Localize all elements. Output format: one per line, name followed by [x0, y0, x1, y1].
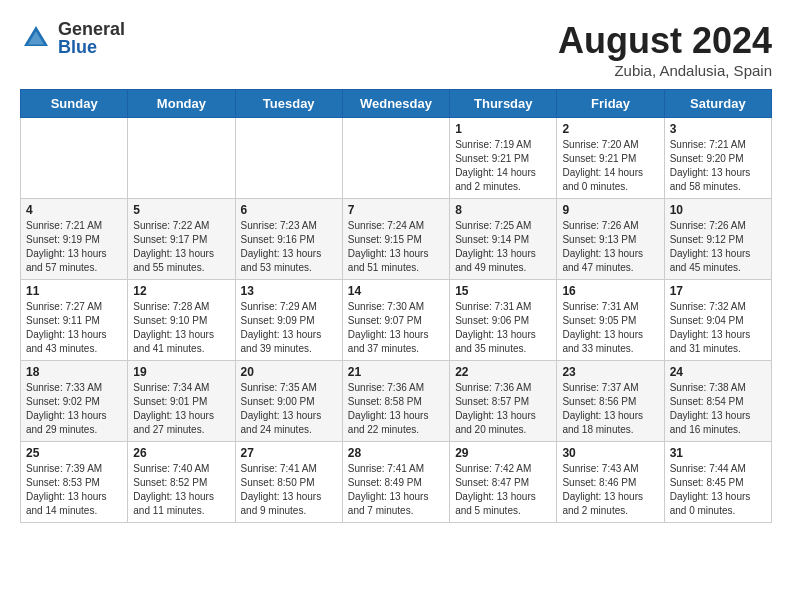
day-number: 27: [241, 446, 337, 460]
day-number: 6: [241, 203, 337, 217]
calendar-week-5: 25Sunrise: 7:39 AM Sunset: 8:53 PM Dayli…: [21, 442, 772, 523]
day-number: 5: [133, 203, 229, 217]
calendar-cell: 24Sunrise: 7:38 AM Sunset: 8:54 PM Dayli…: [664, 361, 771, 442]
calendar-cell: 20Sunrise: 7:35 AM Sunset: 9:00 PM Dayli…: [235, 361, 342, 442]
day-number: 8: [455, 203, 551, 217]
calendar-cell: 6Sunrise: 7:23 AM Sunset: 9:16 PM Daylig…: [235, 199, 342, 280]
day-number: 30: [562, 446, 658, 460]
day-number: 12: [133, 284, 229, 298]
day-number: 2: [562, 122, 658, 136]
calendar-cell: 30Sunrise: 7:43 AM Sunset: 8:46 PM Dayli…: [557, 442, 664, 523]
day-info: Sunrise: 7:26 AM Sunset: 9:12 PM Dayligh…: [670, 219, 766, 275]
day-number: 16: [562, 284, 658, 298]
calendar-cell: 19Sunrise: 7:34 AM Sunset: 9:01 PM Dayli…: [128, 361, 235, 442]
day-number: 26: [133, 446, 229, 460]
day-number: 21: [348, 365, 444, 379]
day-info: Sunrise: 7:35 AM Sunset: 9:00 PM Dayligh…: [241, 381, 337, 437]
calendar-cell: [128, 118, 235, 199]
day-info: Sunrise: 7:39 AM Sunset: 8:53 PM Dayligh…: [26, 462, 122, 518]
day-number: 14: [348, 284, 444, 298]
calendar-cell: 28Sunrise: 7:41 AM Sunset: 8:49 PM Dayli…: [342, 442, 449, 523]
weekday-header-monday: Monday: [128, 90, 235, 118]
day-number: 24: [670, 365, 766, 379]
day-number: 11: [26, 284, 122, 298]
logo: General Blue: [20, 20, 125, 56]
calendar-cell: [21, 118, 128, 199]
title-block: August 2024 Zubia, Andalusia, Spain: [558, 20, 772, 79]
day-info: Sunrise: 7:20 AM Sunset: 9:21 PM Dayligh…: [562, 138, 658, 194]
calendar-cell: [342, 118, 449, 199]
page-header: General Blue August 2024 Zubia, Andalusi…: [20, 20, 772, 79]
calendar-cell: [235, 118, 342, 199]
weekday-header-thursday: Thursday: [450, 90, 557, 118]
day-number: 17: [670, 284, 766, 298]
month-year-title: August 2024: [558, 20, 772, 62]
day-number: 4: [26, 203, 122, 217]
day-info: Sunrise: 7:36 AM Sunset: 8:57 PM Dayligh…: [455, 381, 551, 437]
weekday-header-row: SundayMondayTuesdayWednesdayThursdayFrid…: [21, 90, 772, 118]
day-number: 19: [133, 365, 229, 379]
calendar-cell: 4Sunrise: 7:21 AM Sunset: 9:19 PM Daylig…: [21, 199, 128, 280]
day-number: 13: [241, 284, 337, 298]
day-info: Sunrise: 7:22 AM Sunset: 9:17 PM Dayligh…: [133, 219, 229, 275]
calendar-cell: 27Sunrise: 7:41 AM Sunset: 8:50 PM Dayli…: [235, 442, 342, 523]
day-info: Sunrise: 7:27 AM Sunset: 9:11 PM Dayligh…: [26, 300, 122, 356]
day-info: Sunrise: 7:28 AM Sunset: 9:10 PM Dayligh…: [133, 300, 229, 356]
day-info: Sunrise: 7:24 AM Sunset: 9:15 PM Dayligh…: [348, 219, 444, 275]
day-info: Sunrise: 7:23 AM Sunset: 9:16 PM Dayligh…: [241, 219, 337, 275]
day-info: Sunrise: 7:26 AM Sunset: 9:13 PM Dayligh…: [562, 219, 658, 275]
day-number: 23: [562, 365, 658, 379]
calendar-cell: 23Sunrise: 7:37 AM Sunset: 8:56 PM Dayli…: [557, 361, 664, 442]
calendar-cell: 7Sunrise: 7:24 AM Sunset: 9:15 PM Daylig…: [342, 199, 449, 280]
calendar-cell: 3Sunrise: 7:21 AM Sunset: 9:20 PM Daylig…: [664, 118, 771, 199]
day-info: Sunrise: 7:37 AM Sunset: 8:56 PM Dayligh…: [562, 381, 658, 437]
day-info: Sunrise: 7:25 AM Sunset: 9:14 PM Dayligh…: [455, 219, 551, 275]
calendar-cell: 1Sunrise: 7:19 AM Sunset: 9:21 PM Daylig…: [450, 118, 557, 199]
calendar-cell: 21Sunrise: 7:36 AM Sunset: 8:58 PM Dayli…: [342, 361, 449, 442]
calendar-cell: 13Sunrise: 7:29 AM Sunset: 9:09 PM Dayli…: [235, 280, 342, 361]
day-number: 20: [241, 365, 337, 379]
calendar-cell: 18Sunrise: 7:33 AM Sunset: 9:02 PM Dayli…: [21, 361, 128, 442]
calendar-cell: 15Sunrise: 7:31 AM Sunset: 9:06 PM Dayli…: [450, 280, 557, 361]
day-number: 25: [26, 446, 122, 460]
weekday-header-saturday: Saturday: [664, 90, 771, 118]
weekday-header-tuesday: Tuesday: [235, 90, 342, 118]
logo-text: General Blue: [58, 20, 125, 56]
day-number: 15: [455, 284, 551, 298]
calendar-week-3: 11Sunrise: 7:27 AM Sunset: 9:11 PM Dayli…: [21, 280, 772, 361]
logo-blue-text: Blue: [58, 38, 125, 56]
calendar-week-1: 1Sunrise: 7:19 AM Sunset: 9:21 PM Daylig…: [21, 118, 772, 199]
day-number: 10: [670, 203, 766, 217]
calendar-cell: 26Sunrise: 7:40 AM Sunset: 8:52 PM Dayli…: [128, 442, 235, 523]
day-info: Sunrise: 7:43 AM Sunset: 8:46 PM Dayligh…: [562, 462, 658, 518]
calendar-cell: 11Sunrise: 7:27 AM Sunset: 9:11 PM Dayli…: [21, 280, 128, 361]
calendar-cell: 10Sunrise: 7:26 AM Sunset: 9:12 PM Dayli…: [664, 199, 771, 280]
day-info: Sunrise: 7:31 AM Sunset: 9:06 PM Dayligh…: [455, 300, 551, 356]
day-info: Sunrise: 7:42 AM Sunset: 8:47 PM Dayligh…: [455, 462, 551, 518]
calendar-cell: 31Sunrise: 7:44 AM Sunset: 8:45 PM Dayli…: [664, 442, 771, 523]
day-number: 3: [670, 122, 766, 136]
location-text: Zubia, Andalusia, Spain: [558, 62, 772, 79]
day-info: Sunrise: 7:21 AM Sunset: 9:19 PM Dayligh…: [26, 219, 122, 275]
calendar-week-4: 18Sunrise: 7:33 AM Sunset: 9:02 PM Dayli…: [21, 361, 772, 442]
day-info: Sunrise: 7:36 AM Sunset: 8:58 PM Dayligh…: [348, 381, 444, 437]
day-number: 7: [348, 203, 444, 217]
calendar-cell: 16Sunrise: 7:31 AM Sunset: 9:05 PM Dayli…: [557, 280, 664, 361]
day-info: Sunrise: 7:31 AM Sunset: 9:05 PM Dayligh…: [562, 300, 658, 356]
day-info: Sunrise: 7:30 AM Sunset: 9:07 PM Dayligh…: [348, 300, 444, 356]
day-info: Sunrise: 7:21 AM Sunset: 9:20 PM Dayligh…: [670, 138, 766, 194]
calendar-cell: 9Sunrise: 7:26 AM Sunset: 9:13 PM Daylig…: [557, 199, 664, 280]
day-info: Sunrise: 7:32 AM Sunset: 9:04 PM Dayligh…: [670, 300, 766, 356]
day-info: Sunrise: 7:19 AM Sunset: 9:21 PM Dayligh…: [455, 138, 551, 194]
calendar-cell: 12Sunrise: 7:28 AM Sunset: 9:10 PM Dayli…: [128, 280, 235, 361]
calendar-cell: 22Sunrise: 7:36 AM Sunset: 8:57 PM Dayli…: [450, 361, 557, 442]
calendar-cell: 29Sunrise: 7:42 AM Sunset: 8:47 PM Dayli…: [450, 442, 557, 523]
calendar-cell: 25Sunrise: 7:39 AM Sunset: 8:53 PM Dayli…: [21, 442, 128, 523]
day-info: Sunrise: 7:44 AM Sunset: 8:45 PM Dayligh…: [670, 462, 766, 518]
day-info: Sunrise: 7:41 AM Sunset: 8:50 PM Dayligh…: [241, 462, 337, 518]
weekday-header-sunday: Sunday: [21, 90, 128, 118]
day-info: Sunrise: 7:40 AM Sunset: 8:52 PM Dayligh…: [133, 462, 229, 518]
calendar-cell: 2Sunrise: 7:20 AM Sunset: 9:21 PM Daylig…: [557, 118, 664, 199]
weekday-header-friday: Friday: [557, 90, 664, 118]
day-number: 31: [670, 446, 766, 460]
